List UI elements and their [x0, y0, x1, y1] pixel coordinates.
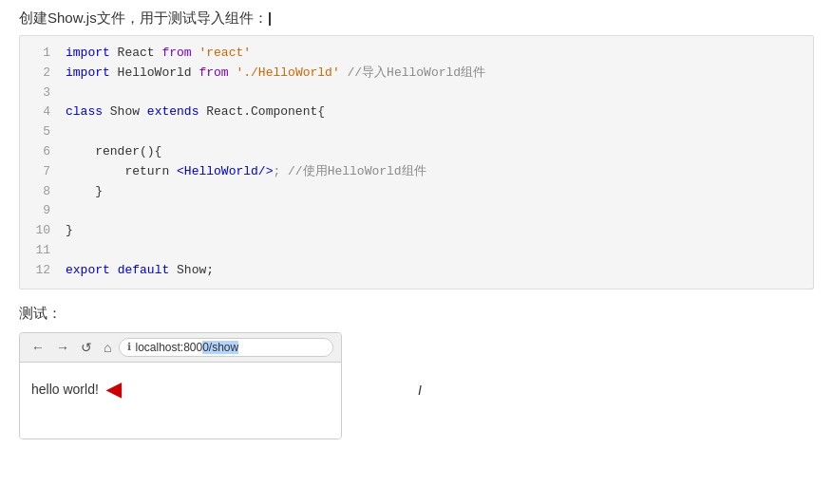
line-number: 9	[28, 201, 50, 221]
line-content: export default Show;	[66, 261, 214, 281]
code-editor: 1import React from 'react'2import HelloW…	[19, 35, 814, 289]
code-token: ; //使用HelloWorld组件	[273, 164, 426, 178]
line-content: render(){	[66, 142, 161, 162]
code-line: 3	[20, 84, 813, 103]
line-content: }	[66, 182, 103, 202]
code-token: export	[66, 263, 110, 277]
main-content: 创建Show.js文件，用于测试导入组件： 1import React from…	[19, 9, 814, 439]
code-token: import	[66, 65, 110, 80]
code-line: 8 }	[20, 182, 813, 202]
browser-toolbar: ← → ↺ ⌂ ℹ localhost:8000/show	[20, 333, 341, 363]
code-token: Show;	[169, 263, 214, 277]
line-content	[66, 122, 73, 142]
code-token: Show	[103, 104, 147, 119]
code-line: 9	[20, 201, 813, 221]
code-line: 11	[20, 241, 813, 261]
line-content: return <HelloWorld/>; //使用HelloWorld组件	[66, 162, 426, 182]
text-cursor	[269, 12, 271, 26]
line-number: 2	[28, 64, 50, 84]
section-label-text: 测试：	[19, 305, 62, 321]
line-number: 7	[28, 162, 50, 182]
code-token: class	[66, 104, 103, 119]
code-line: 6 render(){	[20, 142, 813, 162]
line-content	[66, 84, 73, 103]
line-number: 11	[28, 241, 50, 261]
browser-mockup: ← → ↺ ⌂ ℹ localhost:8000/show hello worl…	[19, 332, 342, 439]
code-token	[110, 263, 118, 277]
code-token: from	[199, 65, 228, 80]
url-prefix: localhost:800	[135, 341, 202, 354]
code-line: 5	[20, 122, 813, 142]
line-number: 5	[28, 122, 50, 142]
line-number: 6	[28, 142, 50, 162]
line-number: 12	[28, 261, 50, 281]
test-section-label: 测试：	[19, 305, 814, 323]
mouse-cursor-indicator: I	[418, 383, 422, 398]
red-arrow-icon: ◀	[106, 378, 121, 401]
line-number: 4	[28, 103, 50, 122]
code-line: 1import React from 'react'	[20, 44, 813, 64]
code-token: React.Component{	[199, 104, 325, 119]
code-token: //导入HelloWorld组件	[340, 65, 485, 80]
code-token: default	[118, 263, 170, 277]
code-token: <HelloWorld/>	[177, 164, 273, 178]
url-highlight: 0/show	[202, 341, 238, 354]
code-line: 12export default Show;	[20, 261, 813, 281]
line-number: 3	[28, 84, 50, 103]
code-token: './HelloWorld'	[236, 65, 339, 80]
line-content: import React from 'react'	[66, 44, 251, 64]
line-number: 8	[28, 182, 50, 202]
page-title: 创建Show.js文件，用于测试导入组件：	[19, 9, 814, 28]
home-button[interactable]: ⌂	[100, 338, 115, 357]
line-content: }	[66, 221, 73, 241]
hello-output: hello world! ◀	[31, 378, 330, 401]
code-token: React	[110, 46, 162, 60]
back-button[interactable]: ←	[28, 338, 48, 357]
line-content: import HelloWorld from './HelloWorld' //…	[66, 64, 485, 84]
code-token: import	[66, 46, 110, 60]
code-line: 7 return <HelloWorld/>; //使用HelloWorld组件	[20, 162, 813, 182]
line-number: 1	[28, 44, 50, 64]
code-token: 'react'	[199, 46, 251, 60]
title-text: 创建Show.js文件，用于测试导入组件：	[19, 9, 268, 28]
code-token: HelloWorld	[110, 65, 199, 80]
code-token: extends	[147, 104, 199, 119]
code-token: from	[161, 46, 191, 60]
code-token: render(){	[66, 144, 161, 159]
line-number: 10	[28, 221, 50, 241]
code-line: 4class Show extends React.Component{	[20, 103, 813, 122]
code-token: return	[66, 164, 177, 178]
info-icon: ℹ	[127, 341, 131, 353]
browser-content: hello world! ◀	[20, 363, 341, 439]
code-line: 2import HelloWorld from './HelloWorld' /…	[20, 64, 813, 84]
code-line: 10}	[20, 221, 813, 241]
reload-button[interactable]: ↺	[77, 338, 96, 357]
hello-text: hello world!	[31, 382, 99, 397]
line-content	[66, 241, 73, 261]
address-bar[interactable]: ℹ localhost:8000/show	[119, 338, 333, 357]
line-content: class Show extends React.Component{	[66, 103, 325, 122]
code-token: }	[66, 223, 73, 237]
code-token: }	[66, 184, 103, 198]
line-content	[66, 201, 73, 221]
forward-button[interactable]: →	[52, 338, 73, 357]
